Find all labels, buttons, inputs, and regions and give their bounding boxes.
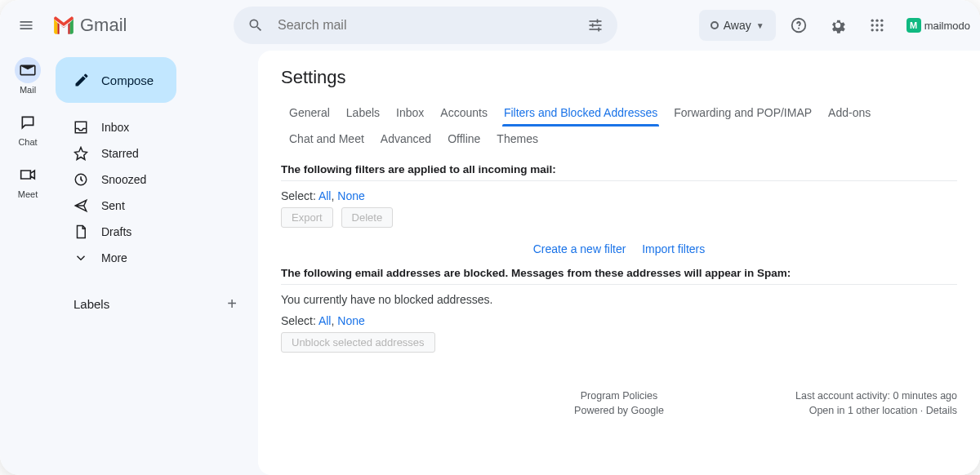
search-bar[interactable] <box>234 7 617 44</box>
rail-item-mail[interactable]: Mail <box>15 57 41 95</box>
mail-icon <box>20 64 36 77</box>
create-filter-link[interactable]: Create a new filter <box>533 242 626 255</box>
video-icon <box>20 168 36 181</box>
sidebar-item-label: Sent <box>101 199 125 212</box>
sidebar-item-drafts[interactable]: Drafts <box>56 219 248 245</box>
search-input[interactable] <box>271 18 580 33</box>
app-name: Gmail <box>80 15 127 36</box>
sidebar-item-inbox[interactable]: Inbox <box>56 114 248 140</box>
sidebar-item-label: Drafts <box>101 225 131 238</box>
svg-point-12 <box>871 29 873 31</box>
tab-general[interactable]: General <box>281 100 338 126</box>
app-logo[interactable]: Gmail <box>49 15 227 36</box>
app-header: Gmail Away ▼ M mailmodo <box>0 0 980 51</box>
sidebar-item-starred[interactable]: Starred <box>56 140 248 166</box>
svg-point-13 <box>875 29 878 31</box>
tab-advanced[interactable]: Advanced <box>372 126 439 152</box>
svg-point-9 <box>871 24 873 26</box>
svg-rect-0 <box>590 20 602 22</box>
chevron-down-icon: ▼ <box>756 21 764 30</box>
page-footer: Program Policies Powered by Google Last … <box>281 390 957 416</box>
import-filters-link[interactable]: Import filters <box>642 242 705 255</box>
status-label: Away <box>724 19 751 32</box>
select-all-link[interactable]: All <box>318 189 332 202</box>
sidebar: Compose Inbox Starred Snoozed Sent Draft… <box>56 51 258 475</box>
labels-section-header: Labels + <box>56 289 248 318</box>
pencil-icon <box>74 72 90 88</box>
add-label-button[interactable]: + <box>227 295 237 313</box>
tab-offline[interactable]: Offline <box>439 126 488 152</box>
main-content: Settings General Labels Inbox Accounts F… <box>258 51 980 475</box>
blocked-select-row: Select: All, None <box>281 314 957 327</box>
last-activity-text: Last account activity: 0 minutes ago <box>664 390 957 402</box>
account-brand-badge[interactable]: M mailmodo <box>900 18 970 33</box>
rail-label: Mail <box>20 85 36 95</box>
tab-chatmeet[interactable]: Chat and Meet <box>281 126 372 152</box>
support-button[interactable] <box>782 9 815 42</box>
settings-button[interactable] <box>822 9 854 42</box>
rail-label: Chat <box>18 137 37 147</box>
select-none-link[interactable]: None <box>337 314 364 327</box>
powered-by-text: Powered by Google <box>574 405 664 416</box>
svg-rect-5 <box>598 28 599 32</box>
filters-heading: The following filters are applied to all… <box>281 163 957 181</box>
chat-icon <box>20 114 36 131</box>
compose-button[interactable]: Compose <box>56 57 176 103</box>
select-none-link[interactable]: None <box>337 189 364 202</box>
chevron-down-icon <box>74 251 88 265</box>
main-menu-button[interactable] <box>10 9 42 42</box>
search-options-button[interactable] <box>580 10 611 41</box>
sidebar-item-label: Snoozed <box>101 173 146 186</box>
page-title: Settings <box>281 67 957 88</box>
svg-point-14 <box>880 29 883 31</box>
tab-forwarding[interactable]: Forwarding and POP/IMAP <box>666 100 820 126</box>
program-policies-link[interactable]: Program Policies <box>574 390 664 402</box>
tab-themes[interactable]: Themes <box>488 126 546 152</box>
svg-point-7 <box>875 20 878 22</box>
rail-item-chat[interactable]: Chat <box>15 109 41 147</box>
no-blocked-text: You currently have no blocked addresses. <box>281 293 957 306</box>
star-icon <box>74 146 88 161</box>
svg-rect-4 <box>592 24 594 28</box>
delete-button: Delete <box>341 207 394 228</box>
svg-point-11 <box>880 24 883 26</box>
tab-inbox[interactable]: Inbox <box>388 100 432 126</box>
status-selector[interactable]: Away ▼ <box>699 10 776 41</box>
rail-label: Meet <box>18 189 38 199</box>
sidebar-item-label: More <box>101 251 127 264</box>
help-icon <box>790 16 808 34</box>
tab-labels[interactable]: Labels <box>338 100 388 126</box>
compose-label: Compose <box>101 73 154 87</box>
status-dot-icon <box>710 21 719 29</box>
svg-point-10 <box>875 24 878 26</box>
rail-item-meet[interactable]: Meet <box>15 162 41 199</box>
settings-tabs: General Labels Inbox Accounts Filters an… <box>281 100 957 152</box>
tab-addons[interactable]: Add-ons <box>820 100 879 126</box>
file-icon <box>74 224 88 239</box>
apps-button[interactable] <box>861 9 893 42</box>
gear-icon <box>829 16 847 34</box>
sidebar-item-snoozed[interactable]: Snoozed <box>56 166 248 193</box>
sidebar-item-more[interactable]: More <box>56 245 248 271</box>
unblock-button: Unblock selected addresses <box>281 332 435 353</box>
apps-grid-icon <box>869 17 885 33</box>
select-all-link[interactable]: All <box>318 314 332 327</box>
filter-actions-row: Create a new filter Import filters <box>281 242 957 255</box>
sidebar-item-sent[interactable]: Sent <box>56 193 248 219</box>
select-prefix: Select: <box>281 189 318 202</box>
labels-title: Labels <box>74 297 109 311</box>
sidebar-item-label: Inbox <box>101 121 129 134</box>
inbox-icon <box>74 120 88 135</box>
open-locations-link[interactable]: Open in 1 other location · Details <box>664 405 957 416</box>
brand-name: mailmodo <box>924 20 970 32</box>
svg-point-6 <box>871 20 873 22</box>
tab-filters[interactable]: Filters and Blocked Addresses <box>496 100 666 126</box>
tab-accounts[interactable]: Accounts <box>432 100 496 126</box>
search-icon[interactable] <box>240 10 271 41</box>
svg-point-8 <box>880 20 883 22</box>
filters-select-row: Select: All, None <box>281 189 957 202</box>
hamburger-icon <box>18 17 34 33</box>
blocked-heading: The following email addresses are blocke… <box>281 267 957 285</box>
select-prefix: Select: <box>281 314 318 327</box>
mailmodo-logo-icon: M <box>906 18 921 33</box>
